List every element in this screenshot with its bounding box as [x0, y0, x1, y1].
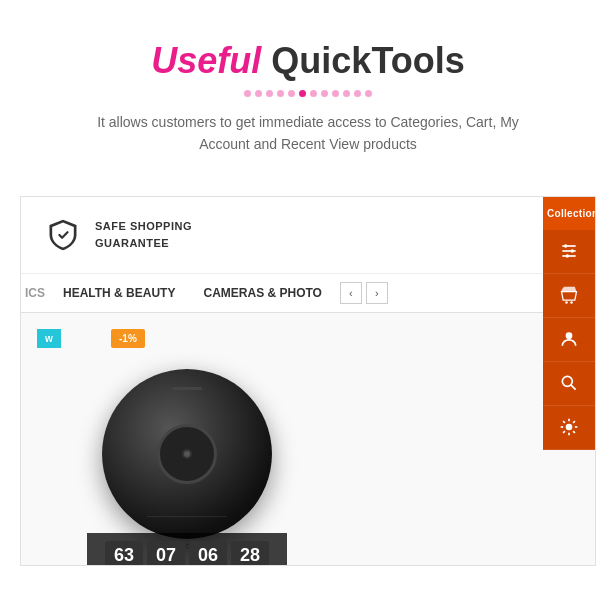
- header-section: Useful QuickTools It allows customers to…: [0, 0, 616, 176]
- dot-6-active: [299, 90, 306, 97]
- shield-icon: [45, 217, 81, 253]
- svg-line-16: [563, 421, 565, 423]
- account-tool-button[interactable]: [543, 318, 595, 362]
- svg-point-5: [566, 255, 569, 258]
- dot-1: [244, 90, 251, 97]
- settings-tool-button[interactable]: [543, 406, 595, 450]
- svg-line-17: [573, 431, 575, 433]
- svg-point-6: [565, 302, 568, 305]
- collection-button[interactable]: Collection: [543, 197, 595, 230]
- tab-prev-button[interactable]: ‹: [340, 282, 362, 304]
- tab-next-button[interactable]: ›: [366, 282, 388, 304]
- title-italic: Useful: [151, 40, 261, 81]
- svg-point-9: [562, 377, 572, 387]
- svg-point-3: [564, 245, 567, 248]
- svg-line-18: [573, 421, 575, 423]
- dot-2: [255, 90, 262, 97]
- dot-10: [343, 90, 350, 97]
- sun-icon: [559, 417, 579, 437]
- page-title: Useful QuickTools: [20, 40, 596, 82]
- svg-line-19: [563, 431, 565, 433]
- tab-cameras-photo[interactable]: CAMERAS & PHOTO: [189, 274, 335, 312]
- svg-point-4: [571, 250, 574, 253]
- safe-shopping-banner: SAFE SHOPPING GUARANTEE: [21, 197, 595, 274]
- cart-tool-button[interactable]: [543, 274, 595, 318]
- search-tool-button[interactable]: [543, 362, 595, 406]
- svg-point-11: [566, 424, 573, 431]
- dot-4: [277, 90, 284, 97]
- dot-3: [266, 90, 273, 97]
- badge-discount: -1%: [111, 329, 145, 348]
- title-bold: QuickTools: [271, 40, 464, 81]
- filter-icon: [559, 241, 579, 261]
- dot-12: [365, 90, 372, 97]
- dots-decoration: [20, 90, 596, 97]
- product-robot-vacuum: [102, 369, 272, 539]
- filter-tool-button[interactable]: [543, 230, 595, 274]
- search-icon: [559, 373, 579, 393]
- safe-shopping-text: SAFE SHOPPING GUARANTEE: [95, 218, 192, 251]
- ui-preview: SAFE SHOPPING GUARANTEE ICS HEALTH & BEA…: [20, 196, 596, 566]
- users-icon: [559, 329, 579, 349]
- dot-11: [354, 90, 361, 97]
- dot-7: [310, 90, 317, 97]
- svg-line-10: [571, 385, 576, 390]
- robot-inner: [157, 424, 217, 484]
- product-area: w -1% XIAOMI 63 DAYS 07: [21, 313, 595, 566]
- tab-cut-ics[interactable]: ICS: [21, 274, 49, 312]
- countdown-timer: 63 DAYS 07 HOURS 06 MINS 28 SECS: [87, 533, 287, 566]
- robot-camera: [182, 449, 192, 459]
- countdown-secs: 28 SECS: [231, 541, 269, 566]
- dot-8: [321, 90, 328, 97]
- svg-point-8: [566, 333, 573, 340]
- tab-nav-arrows: ‹ ›: [340, 282, 388, 304]
- badge-new: w: [37, 329, 61, 348]
- countdown-hours: 07 HOURS: [147, 541, 185, 566]
- header-description: It allows customers to get immediate acc…: [78, 111, 538, 156]
- dot-5: [288, 90, 295, 97]
- dot-9: [332, 90, 339, 97]
- product-image-wrapper: XIAOMI 63 DAYS 07 HOURS 06 MINS 28 SECS: [87, 339, 287, 566]
- nav-tabs: ICS HEALTH & BEAUTY CAMERAS & PHOTO ‹ ›: [21, 274, 595, 313]
- countdown-days: 63 DAYS: [105, 541, 143, 566]
- tab-health-beauty[interactable]: HEALTH & BEAUTY: [49, 274, 189, 312]
- cart-icon: [559, 285, 579, 305]
- svg-point-7: [570, 302, 573, 305]
- countdown-mins: 06 MINS: [189, 541, 227, 566]
- quick-tools-sidebar: Collection: [543, 197, 595, 450]
